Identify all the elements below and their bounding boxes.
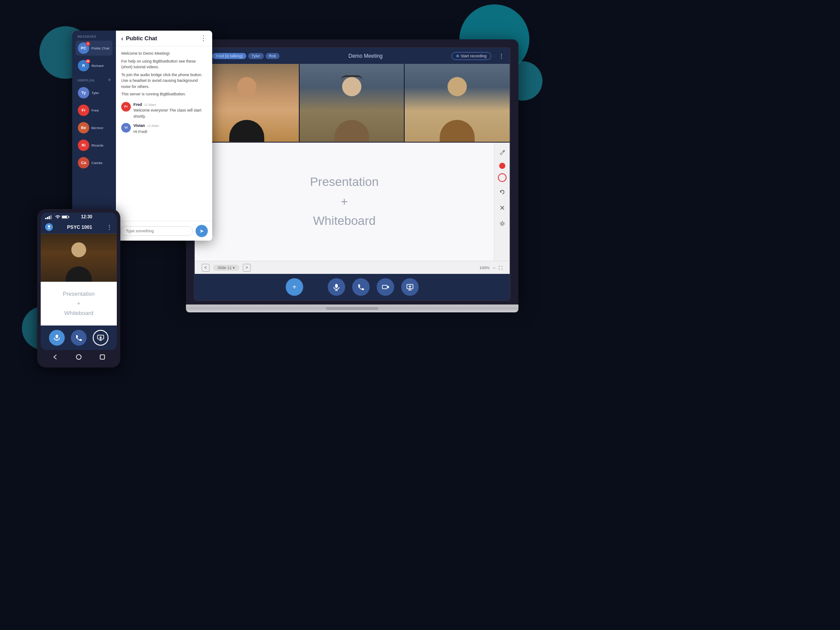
screen-share-icon (406, 283, 414, 291)
slide-prev-button[interactable]: < (202, 264, 210, 272)
laptop: Fred (is talking) Tyler Rob Demo Meeting… (186, 39, 518, 312)
participant-tag-fred: Fred (is talking) (212, 53, 246, 59)
laptop-meeting-title: Demo Meeting (283, 53, 448, 59)
chat-input-area: ➤ (116, 221, 212, 241)
phone-button[interactable] (352, 278, 370, 296)
fit-icon[interactable]: ↔ (492, 266, 496, 270)
video-grid (195, 64, 510, 143)
android-recent-button[interactable] (96, 353, 109, 361)
settings-tool[interactable] (497, 218, 508, 229)
mobile-pres-line2: + (63, 299, 95, 308)
chat-header: ‹ Public Chat ⋮ (116, 31, 212, 46)
laptop-base (186, 304, 518, 312)
presentation-area: Presentation + Whiteboard (195, 143, 510, 261)
mobile-phone-icon (75, 334, 82, 341)
mobile-screen-icon (97, 334, 104, 341)
video-person-2 (300, 64, 404, 142)
undo-tool[interactable] (497, 186, 508, 198)
system-msg-3: To join the audio bridge click the phone… (121, 72, 207, 90)
mobile-bottombar (41, 326, 117, 350)
mic-button[interactable] (328, 278, 345, 296)
svg-rect-11 (45, 218, 46, 219)
vivian-msg-time: 11:30am (147, 124, 159, 129)
mobile-mic-button[interactable] (49, 330, 65, 346)
camera-icon (382, 283, 389, 291)
public-chat-label: Public Chat (91, 46, 109, 50)
recent-square-icon (99, 354, 105, 360)
red-circle-tool[interactable] (498, 173, 507, 182)
mobile-person-head (71, 242, 86, 257)
system-msg-1: Welcome to Demo Meeting! (121, 51, 207, 57)
close-icon (499, 205, 505, 211)
svg-point-18 (48, 225, 50, 228)
add-button[interactable]: + (286, 278, 303, 296)
participant-tag-rob: Rob (266, 53, 280, 59)
person-body-2 (334, 120, 369, 142)
android-home-button[interactable] (72, 353, 85, 361)
mobile-person-body (66, 266, 92, 282)
sidebar-item-fred[interactable]: Fr Fred (76, 103, 112, 118)
back-triangle-icon (52, 354, 58, 360)
headset (341, 75, 363, 80)
undo-icon (499, 189, 505, 195)
mobile-user-icon (45, 223, 53, 231)
record-dot (456, 55, 459, 57)
camera-button[interactable] (377, 278, 394, 296)
person-head-1 (237, 77, 256, 96)
close-tool[interactable] (497, 202, 508, 214)
mobile-status-bar: 12:30 (41, 213, 117, 221)
fred-msg-content: Fred 11:30am Welcome everyone! The class… (133, 102, 207, 120)
slide-indicator: Slide 11 ▾ (213, 265, 239, 271)
fullscreen-icon[interactable]: ⛶ (499, 266, 503, 270)
home-circle-icon (76, 354, 82, 360)
video-cell-2 (300, 64, 405, 142)
whiteboard-tools (494, 143, 510, 261)
mobile-topbar: PSYC 1001 ⋮ (41, 221, 117, 234)
sidebar-item-bernice[interactable]: Be Bernice (76, 120, 112, 135)
camila-name: Camila (91, 161, 102, 165)
video-cell-3 (405, 64, 510, 142)
mobile-screen-button[interactable] (93, 330, 108, 346)
sidebar-item-richard[interactable]: R 99 Richard (76, 58, 112, 73)
fred-avatar: Fr (78, 105, 89, 116)
screen-share-button[interactable] (401, 278, 419, 296)
sidebar-item-public-chat[interactable]: PC 4 Public Chat (76, 41, 112, 56)
sidebar-item-ricardo[interactable]: Ri Ricardo (76, 138, 112, 153)
record-label: Start recording (461, 54, 486, 58)
mobile-pres-line1: Presentation (63, 289, 95, 299)
sidebar-item-tyler[interactable]: Ty Tyler (76, 85, 112, 100)
bernice-name: Bernice (91, 126, 103, 130)
chat-input[interactable] (120, 226, 193, 236)
richard-label: Richard (91, 64, 104, 68)
mobile-mic-icon (53, 334, 60, 341)
mobile-app-title: PSYC 1001 (53, 224, 106, 230)
svg-rect-19 (56, 335, 58, 338)
presentation-text: Presentation + Whiteboard (310, 172, 378, 231)
mobile-menu-button[interactable]: ⋮ (106, 224, 112, 231)
mobile-pres-text: Presentation + Whiteboard (63, 289, 95, 318)
chat-send-button[interactable]: ➤ (196, 225, 208, 237)
vivian-msg-avatar: Vi (121, 123, 131, 133)
mobile-phone: 12:30 PSYC 1001 ⋮ (37, 209, 120, 368)
svg-rect-13 (49, 216, 50, 219)
fred-msg-name: Fred (133, 102, 142, 108)
wifi-icon (55, 215, 61, 219)
tyler-name: Tyler (91, 91, 99, 95)
pencil-tool[interactable] (497, 147, 508, 158)
mobile-person-icon (47, 225, 51, 229)
sidebar-item-camila[interactable]: Ca Camila (76, 155, 112, 170)
system-msg-4: This server is running BigBlueButton. (121, 91, 207, 98)
mobile-time: 12:30 (81, 214, 92, 219)
person-body-3 (440, 120, 475, 142)
red-dot-tool[interactable] (499, 163, 505, 169)
record-button[interactable]: Start recording (452, 52, 491, 60)
mobile-phone-button[interactable] (71, 330, 87, 346)
ricardo-name: Ricardo (91, 144, 104, 147)
chat-back-button[interactable]: ‹ (121, 35, 123, 42)
zoom-level: 100% (480, 266, 490, 270)
laptop-menu-button[interactable]: ⋮ (498, 52, 504, 60)
chat-menu-button[interactable]: ⋮ (200, 34, 207, 42)
slide-next-button[interactable]: > (243, 264, 251, 272)
android-back-button[interactable] (49, 353, 62, 361)
laptop-topbar: Fred (is talking) Tyler Rob Demo Meeting… (195, 48, 510, 64)
